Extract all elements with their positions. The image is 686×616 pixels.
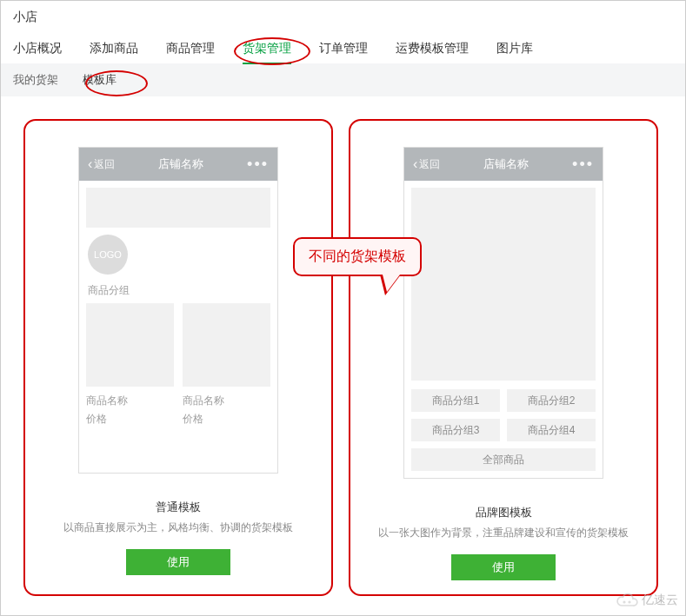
tab-shipping-tpl[interactable]: 运费模板管理	[396, 34, 469, 63]
product-cell: 商品名称 价格	[183, 303, 270, 427]
template-desc-basic: 以商品直接展示为主，风格均衡、协调的货架模板	[63, 520, 293, 535]
sub-tabs: 我的货架 模板库	[1, 63, 685, 96]
content-area: ‹ 返回 店铺名称 ••• LOGO 商品分组 商品名称 价格	[1, 96, 685, 605]
product-image-placeholder	[86, 303, 174, 387]
annotation-bubble-tail	[380, 275, 401, 295]
product-price-label: 价格	[183, 412, 270, 427]
use-button-basic[interactable]: 使用	[126, 549, 230, 575]
more-icon[interactable]: •••	[572, 156, 594, 174]
main-tabs: 小店概况 添加商品 商品管理 货架管理 订单管理 运费模板管理 图片库	[1, 30, 685, 63]
phone-back-button[interactable]: ‹ 返回	[88, 157, 115, 172]
phone-back-label: 返回	[419, 157, 440, 172]
tab-product-mgmt[interactable]: 商品管理	[166, 34, 215, 63]
phone-body-brand: 商品分组1 商品分组2 商品分组3 商品分组4 全部商品	[404, 181, 603, 478]
product-name-label: 商品名称	[86, 394, 174, 408]
template-card-basic: ‹ 返回 店铺名称 ••• LOGO 商品分组 商品名称 价格	[23, 119, 333, 596]
phone-preview-brand: ‹ 返回 店铺名称 ••• 商品分组1 商品分组2 商品分组3 商品分组4 全部…	[403, 147, 603, 479]
category-tag[interactable]: 商品分组3	[411, 419, 500, 441]
chevron-left-icon: ‹	[413, 157, 417, 171]
category-tag[interactable]: 商品分组1	[411, 389, 500, 412]
product-name-label: 商品名称	[183, 394, 270, 408]
template-desc-brand: 以一张大图作为背景，注重品牌建设和宣传的货架模板	[378, 526, 629, 540]
annotation-callout: 不同的货架模板	[293, 237, 422, 276]
phone-back-label: 返回	[94, 157, 115, 172]
subtab-my-shelves[interactable]: 我的货架	[13, 72, 58, 88]
product-price-label: 价格	[86, 412, 174, 427]
phone-header: ‹ 返回 店铺名称 •••	[79, 148, 277, 181]
brand-image-placeholder	[411, 188, 596, 381]
brand-category-grid: 商品分组1 商品分组2 商品分组3 商品分组4	[411, 389, 596, 441]
category-tag[interactable]: 商品分组4	[507, 419, 596, 441]
product-row: 商品名称 价格 商品名称 价格	[86, 303, 270, 427]
tab-overview[interactable]: 小店概况	[13, 34, 62, 63]
product-image-placeholder	[183, 303, 270, 387]
tab-add-product[interactable]: 添加商品	[90, 34, 138, 63]
annotation-bubble: 不同的货架模板	[293, 237, 422, 276]
category-tag[interactable]: 商品分组2	[507, 389, 596, 412]
template-title-brand: 品牌图模板	[476, 505, 532, 520]
phone-header: ‹ 返回 店铺名称 •••	[404, 148, 603, 181]
chevron-left-icon: ‹	[88, 157, 92, 171]
group-label: 商品分组	[88, 283, 270, 298]
all-products-button[interactable]: 全部商品	[411, 448, 596, 471]
tab-image-lib[interactable]: 图片库	[496, 34, 533, 63]
phone-preview-basic: ‹ 返回 店铺名称 ••• LOGO 商品分组 商品名称 价格	[78, 147, 278, 474]
phone-body-basic: LOGO 商品分组 商品名称 价格 商品名称 价格	[79, 181, 277, 473]
phone-back-button[interactable]: ‹ 返回	[413, 157, 440, 172]
subtab-template-lib[interactable]: 模板库	[83, 72, 117, 88]
page-title: 小店	[1, 1, 685, 30]
phone-shop-title: 店铺名称	[483, 156, 529, 172]
more-icon[interactable]: •••	[247, 156, 269, 174]
logo-placeholder: LOGO	[88, 235, 128, 275]
product-cell: 商品名称 价格	[86, 303, 174, 427]
use-button-brand[interactable]: 使用	[451, 554, 556, 580]
banner-placeholder	[86, 188, 270, 228]
phone-shop-title: 店铺名称	[158, 156, 203, 172]
tab-order-mgmt[interactable]: 订单管理	[319, 34, 368, 63]
template-card-brand: ‹ 返回 店铺名称 ••• 商品分组1 商品分组2 商品分组3 商品分组4 全部…	[349, 119, 658, 596]
tab-shelf-mgmt[interactable]: 货架管理	[243, 34, 291, 63]
template-title-basic: 普通模板	[156, 500, 201, 515]
